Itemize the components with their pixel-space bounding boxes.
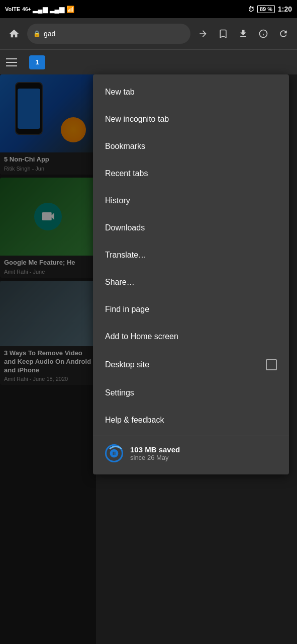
menu-item-settings-label: Settings <box>105 388 134 397</box>
menu-item-recent-tabs[interactable]: Recent tabs <box>93 160 289 187</box>
menu-item-add-to-home-label: Add to Home screen <box>105 332 178 341</box>
menu-item-find-in-page-label: Find in page <box>105 305 149 314</box>
menu-item-add-to-home[interactable]: Add to Home screen <box>93 323 289 350</box>
menu-item-history-label: History <box>105 196 130 205</box>
menu-item-bookmarks[interactable]: Bookmarks <box>93 133 289 160</box>
menu-item-history[interactable]: History <box>93 187 289 214</box>
url-bar[interactable]: 🔒 gad <box>27 24 190 44</box>
menu-item-translate[interactable]: Translate… <box>93 242 289 269</box>
carrier-label: VolTE <box>5 6 20 12</box>
alarm-icon: ⏱ <box>248 6 254 13</box>
savings-amount: 103 MB saved <box>130 445 180 454</box>
home-button[interactable] <box>4 24 24 44</box>
menu-item-downloads[interactable]: Downloads <box>93 214 289 242</box>
secondary-toolbar: 1 <box>0 49 297 74</box>
savings-since: since 26 May <box>130 454 180 461</box>
signal-icon2: ▂▄▆ <box>50 6 64 13</box>
menu-item-bookmarks-label: Bookmarks <box>105 142 145 151</box>
tab-count-button[interactable]: 1 <box>29 55 45 69</box>
data-savings-icon <box>105 444 123 462</box>
menu-item-new-tab-label: New tab <box>105 88 135 97</box>
info-button[interactable] <box>254 24 273 43</box>
network-type: 46+ <box>22 7 31 12</box>
left-dim-overlay <box>0 74 96 644</box>
menu-item-share[interactable]: Share… <box>93 269 289 296</box>
data-savings-section: 103 MB saved since 26 May <box>93 436 289 470</box>
download-button[interactable] <box>234 24 253 43</box>
menu-item-desktop-site[interactable]: Desktop site <box>93 350 289 379</box>
menu-item-help-feedback-label: Help & feedback <box>105 416 164 425</box>
menu-item-share-label: Share… <box>105 278 135 287</box>
menu-item-desktop-site-label: Desktop site <box>105 360 149 369</box>
lock-icon: 🔒 <box>33 30 41 37</box>
desktop-site-checkbox[interactable] <box>266 359 277 370</box>
url-text: gad <box>44 30 55 38</box>
toolbar-actions <box>193 24 293 43</box>
time-label: 1:20 <box>278 5 292 13</box>
browser-toolbar: 🔒 gad <box>0 18 297 49</box>
status-right: ⏱ 89 % 1:20 <box>248 5 292 13</box>
wifi-icon: 📶 <box>66 6 74 13</box>
menu-item-settings[interactable]: Settings <box>93 379 289 407</box>
battery-indicator: 89 % <box>257 5 275 13</box>
refresh-button[interactable] <box>274 24 293 43</box>
menu-item-translate-label: Translate… <box>105 251 146 260</box>
menu-item-new-incognito-tab[interactable]: New incognito tab <box>93 106 289 133</box>
signal-icon: ▂▄▆ <box>33 6 47 13</box>
menu-item-new-incognito-tab-label: New incognito tab <box>105 115 169 124</box>
context-menu: New tab New incognito tab Bookmarks Rece… <box>93 74 289 474</box>
savings-text: 103 MB saved since 26 May <box>130 445 180 461</box>
menu-item-new-tab[interactable]: New tab <box>93 78 289 106</box>
menu-item-downloads-label: Downloads <box>105 223 145 232</box>
hamburger-menu[interactable] <box>6 53 24 71</box>
forward-button[interactable] <box>193 24 213 43</box>
menu-item-find-in-page[interactable]: Find in page <box>93 296 289 323</box>
status-bar: VolTE 46+ ▂▄▆ ▂▄▆ 📶 ⏱ 89 % 1:20 <box>0 0 297 18</box>
menu-item-recent-tabs-label: Recent tabs <box>105 169 148 178</box>
status-left: VolTE 46+ ▂▄▆ ▂▄▆ 📶 <box>5 6 74 13</box>
menu-item-help-feedback[interactable]: Help & feedback <box>93 407 289 434</box>
bookmark-button[interactable] <box>214 24 233 43</box>
